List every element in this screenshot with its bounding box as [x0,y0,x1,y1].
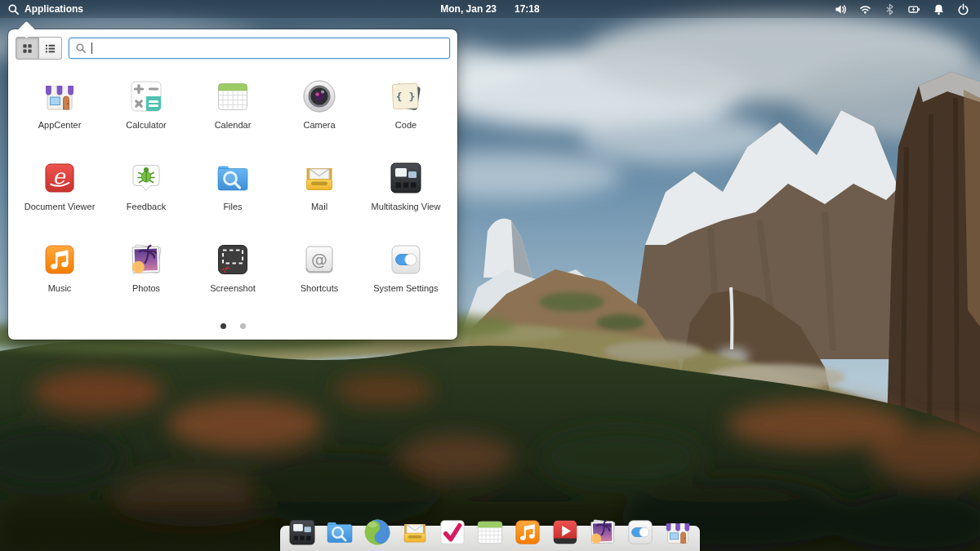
notifications-bell-icon[interactable] [933,3,945,16]
system-settings-icon [386,240,425,279]
photos-icon [127,240,166,279]
dock-item-calendar[interactable] [474,516,506,549]
app-label: Shortcuts [301,283,338,293]
view-toggle [16,37,62,60]
files-icon [213,158,252,198]
app-label: Document Viewer [24,202,96,211]
text-caret [91,42,92,54]
top-panel: Applications Mon, Jan 23 17:18 [0,0,980,18]
dock-item-videos[interactable] [549,516,581,549]
app-camera[interactable]: Camera [276,71,363,153]
page-dot-1[interactable] [220,323,226,329]
multitasking-view-icon [386,158,425,198]
app-grid: AppCenter Calculator Calendar Camera Cod… [8,63,457,316]
desktop: { } e [0,0,980,551]
app-system-settings[interactable]: System Settings [363,234,449,316]
battery-charging-icon[interactable] [908,3,920,16]
calculator-icon [127,77,166,116]
datetime-indicator[interactable]: Mon, Jan 23 17:18 [0,3,980,15]
app-label: Screenshot [210,283,256,293]
app-label: Multitasking View [372,202,441,211]
page-indicator [8,316,457,340]
panel-date: Mon, Jan 23 [440,3,497,15]
volume-icon[interactable] [835,3,847,16]
app-label: AppCenter [38,120,82,130]
app-photos[interactable]: Photos [103,234,189,316]
wifi-icon[interactable] [859,3,871,16]
shortcuts-icon [300,240,339,279]
app-label: Feedback [127,202,166,211]
dock-item-tasks[interactable] [436,516,469,549]
app-multitasking-view[interactable]: Multitasking View [363,153,449,234]
list-view-button[interactable] [39,37,62,60]
page-dot-2[interactable] [240,323,246,329]
app-label: Photos [132,283,160,293]
app-shortcuts[interactable]: Shortcuts [276,234,363,316]
app-label: Files [223,202,242,211]
dock-item-photos[interactable] [586,516,619,549]
app-calculator[interactable]: Calculator [103,71,189,153]
music-icon [40,240,79,279]
app-document-viewer[interactable]: Document Viewer [16,153,103,234]
power-icon[interactable] [957,3,969,16]
document-viewer-icon [40,158,79,198]
system-indicators [835,3,980,16]
dock-item-files[interactable] [323,516,356,549]
appcenter-icon [40,77,79,116]
search-box [69,38,450,59]
mail-icon [300,158,339,198]
app-label: Calculator [126,120,167,130]
app-files[interactable]: Files [189,153,276,234]
app-label: Music [48,283,72,293]
grid-view-button[interactable] [16,37,39,60]
calendar-icon [213,77,252,116]
app-label: Calendar [215,120,252,130]
dock-item-web[interactable] [361,516,394,549]
camera-icon [300,77,339,116]
search-icon [7,3,20,16]
dock-item-multitasking-view[interactable] [286,516,318,549]
app-feedback[interactable]: Feedback [103,153,189,234]
dock-item-mail[interactable] [399,516,431,549]
app-screenshot[interactable]: Screenshot [189,234,276,316]
code-icon [386,77,425,116]
app-label: System Settings [373,283,438,293]
app-label: Code [395,120,416,130]
screenshot-icon [213,240,252,279]
dock-item-appcenter[interactable] [662,516,694,549]
panel-time: 17:18 [514,3,540,15]
dock-item-system-settings[interactable] [624,516,657,549]
app-label: Mail [311,202,327,211]
applications-menu-button[interactable]: Applications [0,3,83,16]
applications-label: Applications [24,3,83,15]
app-appcenter[interactable]: AppCenter [16,71,103,153]
search-input[interactable] [97,42,443,54]
feedback-icon [127,158,166,198]
search-icon [75,42,87,54]
dock-item-music[interactable] [511,516,544,549]
app-label: Camera [303,120,335,130]
list-view-icon [44,42,56,55]
app-mail[interactable]: Mail [276,153,363,234]
bluetooth-icon[interactable] [884,3,896,16]
app-code[interactable]: Code [363,71,449,153]
menu-header [8,29,457,63]
grid-view-icon [21,42,33,55]
applications-menu: AppCenter Calculator Calendar Camera Cod… [8,29,457,340]
app-music[interactable]: Music [16,234,103,316]
app-calendar[interactable]: Calendar [189,71,276,153]
dock [280,526,700,551]
